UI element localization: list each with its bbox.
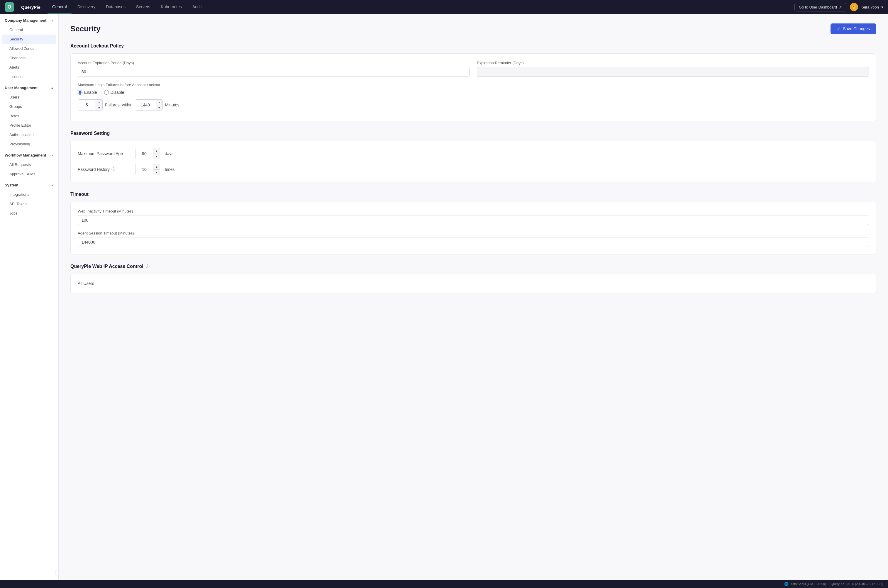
agent-session-group: Agent Session Timeout (Minutes) (78, 231, 869, 247)
sidebar-system-items: Integrations API Token Jobs (0, 190, 59, 218)
timeout-title: Timeout (71, 192, 876, 197)
enable-radio[interactable] (78, 90, 83, 94)
sidebar-item-authentication[interactable]: Authentication (2, 130, 56, 139)
expiration-reminder-label: Expiration Reminder (Days) (477, 61, 869, 65)
ip-access-info-icon: ⓘ (146, 264, 150, 269)
minutes-decrement-button[interactable]: ▼ (156, 105, 162, 110)
history-increment-button[interactable]: ▲ (153, 164, 160, 170)
history-decrement-button[interactable]: ▼ (153, 170, 160, 175)
max-age-input[interactable] (135, 149, 153, 158)
max-age-label: Maximum Password Age (78, 151, 131, 156)
disable-radio-label[interactable]: Disable (104, 90, 124, 94)
failures-label: Failures (105, 103, 120, 107)
nav-tab-servers[interactable]: Servers (131, 0, 155, 14)
expiration-period-label: Account Expiration Period (Days) (78, 61, 470, 65)
account-lockout-card: Account Expiration Period (Days) Expirat… (71, 53, 876, 122)
ip-access-card: All Users (71, 274, 876, 293)
top-nav-right: Go to User Dashboard ↗ 😊 Keira Yoon ▾ (795, 3, 883, 11)
expiration-row: Account Expiration Period (Days) Expirat… (78, 61, 869, 77)
sidebar-item-roles[interactable]: Roles (2, 111, 56, 120)
max-login-failures-row: Maximum Login Failures before Account Lo… (78, 82, 869, 111)
failures-input[interactable] (78, 100, 96, 110)
password-history-row: Password History ⓘ ▲ ▼ times (78, 164, 869, 175)
avatar: 😊 (850, 3, 858, 11)
app-name: QueryPie (21, 5, 41, 10)
minutes-spinner: ▲ ▼ (135, 99, 163, 111)
go-dashboard-button[interactable]: Go to User Dashboard ↗ (795, 3, 846, 11)
expiration-period-group: Account Expiration Period (Days) (78, 61, 470, 77)
sidebar-item-integrations[interactable]: Integrations (2, 190, 56, 199)
chevron-up-icon-system: ▲ (51, 183, 54, 187)
web-inactivity-label: Web Inactivity Timeout (Minutes) (78, 209, 869, 213)
user-menu[interactable]: 😊 Keira Yoon ▾ (850, 3, 883, 11)
max-age-row: Maximum Password Age ▲ ▼ days (78, 148, 869, 159)
all-users-label: All Users (78, 281, 869, 286)
external-link-icon: ↗ (839, 5, 842, 9)
sidebar-collapse-button[interactable]: ‹ (55, 569, 59, 576)
failures-decrement-button[interactable]: ▼ (96, 105, 102, 110)
sidebar-item-general[interactable]: General (2, 25, 56, 34)
history-unit: times (165, 167, 174, 172)
nav-tab-general[interactable]: General (48, 0, 72, 14)
sidebar-item-groups[interactable]: Groups (2, 102, 56, 111)
agent-session-label: Agent Session Timeout (Minutes) (78, 231, 869, 236)
app-logo: Q (5, 2, 14, 12)
sidebar-section-workflow-management[interactable]: Workflow Management ▲ (0, 149, 59, 160)
chevron-up-icon-workflow: ▲ (51, 154, 54, 157)
checkmark-icon: ✓ (837, 26, 840, 31)
timeout-section: Timeout Web Inactivity Timeout (Minutes)… (71, 192, 876, 254)
minutes-spinner-buttons: ▲ ▼ (156, 100, 162, 110)
web-inactivity-input[interactable] (78, 215, 869, 225)
sidebar-item-all-requests[interactable]: All Requests (2, 160, 56, 169)
account-lockout-section: Account Lockout Policy Account Expiratio… (71, 44, 876, 122)
expiration-reminder-group: Expiration Reminder (Days) (477, 61, 869, 77)
within-label: within (122, 103, 132, 107)
ip-access-header: QueryPie Web IP Access Control ⓘ (71, 264, 876, 269)
failures-increment-button[interactable]: ▲ (96, 100, 102, 105)
user-name: Keira Yoon (861, 5, 879, 9)
main-content: Security ✓ Save Changes Account Lockout … (59, 14, 888, 588)
nav-tab-databases[interactable]: Databases (101, 0, 130, 14)
sidebar-item-provisioning[interactable]: Provisioning (2, 140, 56, 148)
max-age-increment-button[interactable]: ▲ (153, 148, 160, 154)
max-age-spinner: ▲ ▼ (135, 148, 160, 159)
max-age-unit: days (165, 151, 174, 156)
history-input[interactable] (135, 165, 153, 174)
failures-spinner: ▲ ▼ (78, 99, 103, 111)
agent-session-input[interactable] (78, 237, 869, 247)
sidebar-item-channels[interactable]: Channels (2, 53, 56, 62)
account-lockout-title: Account Lockout Policy (71, 44, 876, 49)
sidebar-item-api-token[interactable]: API Token (2, 200, 56, 208)
sidebar-item-jobs[interactable]: Jobs (2, 209, 56, 218)
chevron-up-icon-user: ▲ (51, 86, 54, 89)
minutes-increment-button[interactable]: ▲ (156, 100, 162, 105)
sidebar-item-security[interactable]: Security (2, 34, 56, 44)
chevron-down-icon: ▾ (881, 5, 883, 9)
disable-radio[interactable] (104, 90, 109, 94)
sidebar-item-profile-editor[interactable]: Profile Editor (2, 121, 56, 130)
enable-radio-label[interactable]: Enable (78, 90, 97, 94)
sidebar-section-system[interactable]: System ▲ (0, 179, 59, 190)
max-age-decrement-button[interactable]: ▼ (153, 154, 160, 159)
sidebar-item-allowed-zones[interactable]: Allowed Zones (2, 44, 56, 53)
footer-version: QueryPie 10.0.0 (20240725-171127) (831, 582, 883, 586)
sidebar-section-company-management[interactable]: Company Management ▲ (0, 14, 59, 25)
nav-tab-kubernetes[interactable]: Kubernetes (156, 0, 186, 14)
sidebar: Company Management ▲ General Security Al… (0, 14, 59, 588)
sidebar-item-licenses[interactable]: Licenses (2, 72, 56, 81)
password-setting-title: Password Setting (71, 131, 876, 136)
timeout-card: Web Inactivity Timeout (Minutes) Agent S… (71, 202, 876, 254)
expiration-period-input[interactable] (78, 67, 470, 77)
page-header: Security ✓ Save Changes (71, 24, 876, 34)
sidebar-item-users[interactable]: Users (2, 93, 56, 102)
nav-tab-audit[interactable]: Audit (188, 0, 206, 14)
save-changes-button[interactable]: ✓ Save Changes (831, 24, 876, 34)
footer-timezone: 🌐 Asia/Seoul (GMT+09:00) (784, 582, 826, 586)
sidebar-item-approval-rules[interactable]: Approval Rules (2, 170, 56, 178)
sidebar-section-user-management[interactable]: User Management ▲ (0, 81, 59, 92)
minutes-input[interactable] (135, 100, 156, 110)
expiration-reminder-input[interactable] (477, 67, 869, 77)
nav-tab-discovery[interactable]: Discovery (73, 0, 100, 14)
sidebar-company-items: General Security Allowed Zones Channels … (0, 25, 59, 81)
sidebar-item-alerts[interactable]: Alerts (2, 63, 56, 72)
